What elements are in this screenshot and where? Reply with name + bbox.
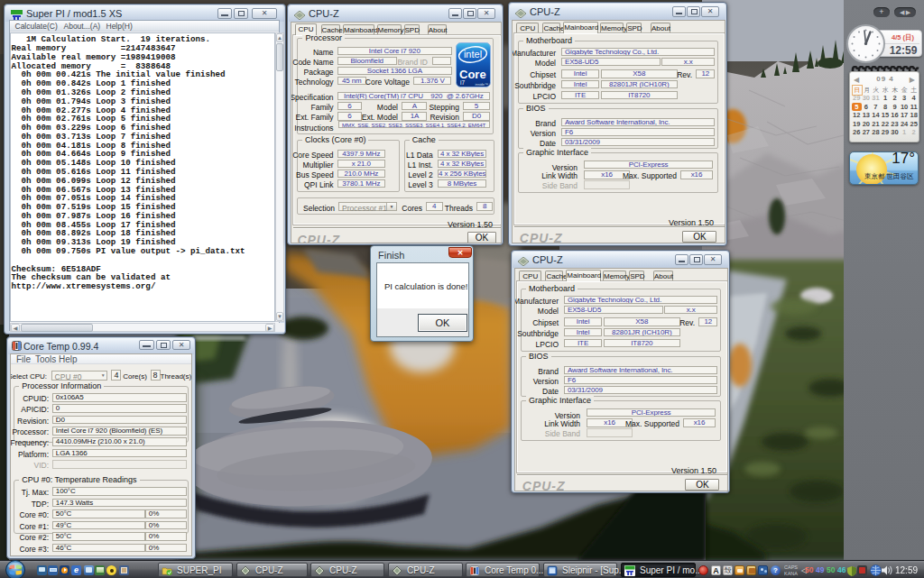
svg-text:intel: intel bbox=[464, 49, 482, 60]
svg-text:i7: i7 bbox=[460, 79, 465, 86]
svg-text:inside™: inside™ bbox=[476, 82, 488, 87]
